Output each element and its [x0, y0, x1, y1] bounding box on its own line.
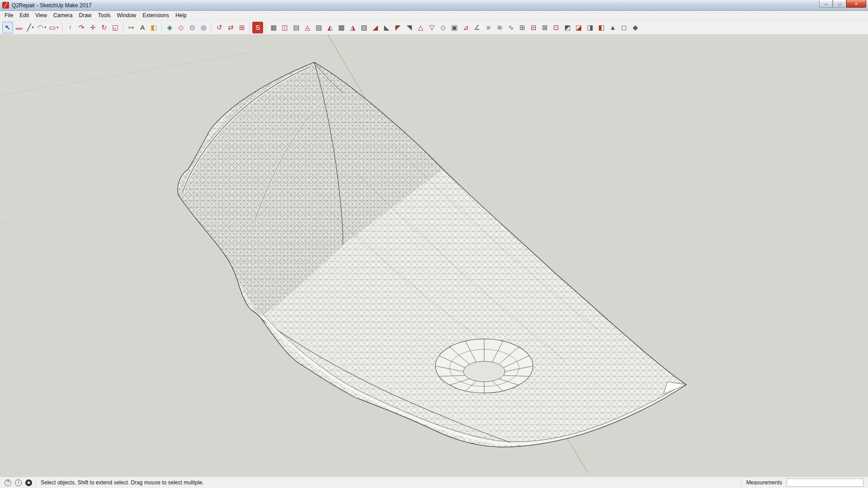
statusbar-icon-info-icon[interactable]: i: [15, 479, 22, 486]
toolbar-button-push-pull[interactable]: ↑: [65, 22, 75, 33]
toolbar-button-plugin-tool-18[interactable]: ⊿: [460, 22, 471, 33]
toolbar-button-plugin-tool-29[interactable]: ◨: [585, 22, 595, 33]
toolbar-button-plugin-tool-25[interactable]: ⊠: [539, 22, 550, 33]
toolbar-separator: [211, 23, 212, 33]
statusbar-icon-help-icon[interactable]: ?: [5, 479, 11, 486]
viewport-canvas[interactable]: [0, 35, 868, 477]
menu-item-label: Window: [117, 12, 137, 19]
menu-item-file[interactable]: File: [1, 11, 16, 20]
toolbar-button-plugin-tool-30[interactable]: ◧: [596, 22, 607, 33]
modeling-viewport[interactable]: [0, 35, 868, 477]
toolbar-button-plugin-tool-21[interactable]: ≋: [494, 22, 505, 33]
toolbar-button-tape-measure[interactable]: ↦: [126, 22, 137, 33]
toolbar-button-plugin-tool-1[interactable]: ▦: [268, 22, 279, 33]
toolbar-button-make-component[interactable]: ◈: [164, 22, 175, 33]
toolbar-button-pan[interactable]: ⇄: [225, 22, 236, 33]
toolbar-button-line[interactable]: ╱ ▾: [25, 22, 36, 33]
dropdown-arrow-icon[interactable]: ▾: [57, 25, 58, 29]
toolbar-button-plugin-tool-5[interactable]: ▨: [313, 22, 324, 33]
toolbar-button-plugin-tool-7[interactable]: ▩: [336, 22, 347, 33]
toolbar-button-arc[interactable]: ◠ ▾: [36, 22, 47, 33]
toolbar-button-plugin-tool-14[interactable]: △: [415, 22, 426, 33]
toolbar-button-plugin-tool-10[interactable]: ◢: [370, 22, 381, 33]
statusbar-icon-glyph: ?: [7, 480, 9, 485]
dropdown-arrow-icon[interactable]: ▾: [32, 25, 34, 29]
toolbar-button-paint-bucket[interactable]: ◧: [148, 22, 159, 33]
toolbar-button-text[interactable]: A: [137, 22, 148, 33]
toolbar-button-plugin-tool-17[interactable]: ▣: [449, 22, 460, 33]
tool-icon: ╱: [27, 24, 31, 31]
toolbar-button-offset[interactable]: ◱: [110, 22, 121, 33]
toolbar-button-plugin-tool-15[interactable]: ▽: [426, 22, 437, 33]
menu-item-camera[interactable]: Camera: [50, 11, 76, 20]
red-axis-dashed-line: [0, 51, 260, 95]
tool-icon: ◥: [407, 24, 412, 31]
maximize-button[interactable]: □: [833, 0, 846, 8]
toolbar-button-rectangle[interactable]: ▭ ▾: [48, 22, 60, 33]
menu-item-extensions[interactable]: Extensions: [139, 11, 172, 20]
toolbar-button-select[interactable]: ↖: [2, 22, 13, 33]
menu-item-help[interactable]: Help: [172, 11, 190, 20]
toolbar-button-plugin-tool-16[interactable]: ◇: [438, 22, 448, 33]
toolbar-button-rotate[interactable]: ↻: [99, 22, 109, 33]
toolbar-button-plugin-tool-4[interactable]: ◬: [302, 22, 313, 33]
menu-item-draw[interactable]: Draw: [76, 11, 95, 20]
toolbar-button-plugin-tool-9[interactable]: ▧: [359, 22, 369, 33]
toolbar-button-plugin-tool-11[interactable]: ◣: [381, 22, 392, 33]
tool-icon: ↑: [69, 24, 72, 31]
toolbar-separator: [161, 23, 162, 33]
toolbar-button-plugin-tool-19[interactable]: ∠: [472, 22, 482, 33]
toolbar-separator: [62, 23, 62, 33]
toolbar-button-follow-me[interactable]: ↷: [76, 22, 87, 33]
menu-item-window[interactable]: Window: [114, 11, 140, 20]
sketchup-logo-icon: ╱: [2, 2, 9, 9]
dropdown-arrow-icon[interactable]: ▾: [44, 25, 46, 29]
toolbar-button-plugin-tool-26[interactable]: ⊡: [551, 22, 561, 33]
tool-icon: ▩: [338, 24, 344, 31]
menu-item-view[interactable]: View: [32, 11, 50, 20]
toolbar-button-plugin-tool-33[interactable]: ◆: [630, 22, 641, 33]
toolbar-button-plugin-tool-20[interactable]: ≡: [483, 22, 494, 33]
minimize-button[interactable]: –: [819, 0, 833, 8]
toolbar-button-extension-warehouse[interactable]: S: [252, 22, 263, 33]
tool-icon: ◭: [328, 24, 333, 31]
toolbar-button-zoom-extents[interactable]: ⊞: [236, 22, 247, 33]
tool-icon: ◇: [441, 24, 446, 31]
toolbar-button-zoom-window[interactable]: ◎: [198, 22, 209, 33]
tool-icon: ↖: [5, 24, 11, 31]
toolbar-button-plugin-tool-12[interactable]: ◤: [392, 22, 403, 33]
tool-icon: ◆: [633, 24, 638, 31]
toolbar-button-component-browser[interactable]: ◇: [175, 22, 186, 33]
tool-icon: ⊠: [542, 24, 548, 31]
menu-item-edit[interactable]: Edit: [16, 11, 32, 20]
statusbar-icon-signin-avatar-icon[interactable]: ☻: [25, 479, 32, 486]
toolbar-button-plugin-tool-32[interactable]: ◻: [618, 22, 629, 33]
tool-icon: ↷: [79, 24, 85, 31]
menu-item-label: View: [35, 12, 47, 19]
toolbar-button-plugin-tool-24[interactable]: ⊟: [528, 22, 539, 33]
toolbar-button-orbit[interactable]: ↺: [214, 22, 225, 33]
model-wireframe[interactable]: [136, 35, 723, 477]
toolbar-button-eraser[interactable]: ▬: [14, 22, 24, 33]
toolbar-button-move[interactable]: ✛: [87, 22, 98, 33]
toolbar-button-plugin-tool-22[interactable]: ∿: [505, 22, 516, 33]
menu-item-tools[interactable]: Tools: [95, 11, 114, 20]
menu-item-label: File: [5, 12, 13, 19]
toolbar-button-plugin-tool-6[interactable]: ◭: [325, 22, 335, 33]
close-button[interactable]: ×: [846, 0, 866, 8]
tool-icon: ≋: [497, 24, 503, 31]
tool-icon: ◧: [151, 24, 157, 31]
toolbar-button-plugin-tool-3[interactable]: ▤: [291, 22, 302, 33]
toolbar-button-plugin-tool-8[interactable]: ◮: [347, 22, 358, 33]
toolbar-button-plugin-tool-13[interactable]: ◥: [404, 22, 415, 33]
measurements-input[interactable]: [787, 479, 863, 487]
tool-icon: ⊞: [519, 24, 525, 31]
statusbar-icon-glyph: i: [18, 480, 19, 485]
toolbar-button-zoom[interactable]: ⊙: [187, 22, 198, 33]
toolbar-button-plugin-tool-2[interactable]: ◫: [279, 22, 290, 33]
toolbar-button-plugin-tool-31[interactable]: ▲: [607, 22, 618, 33]
toolbar-button-plugin-tool-27[interactable]: ◩: [562, 22, 573, 33]
tool-icon: ▲: [609, 24, 616, 31]
toolbar-button-plugin-tool-28[interactable]: ◪: [573, 22, 584, 33]
toolbar-button-plugin-tool-23[interactable]: ⊞: [517, 22, 528, 33]
